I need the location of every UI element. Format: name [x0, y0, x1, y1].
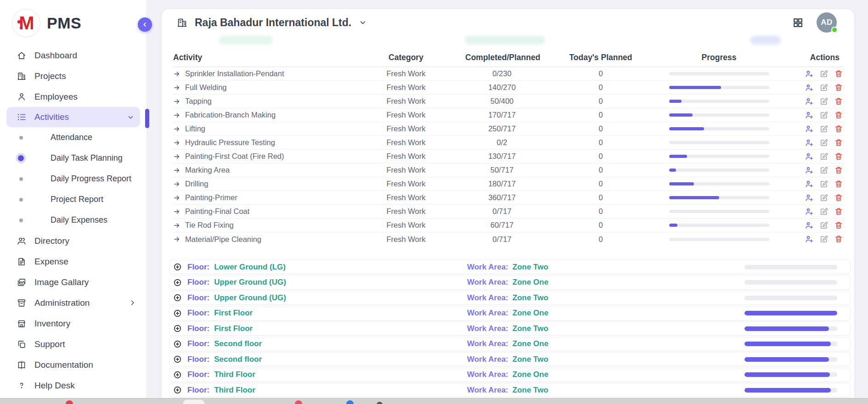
expand-plus-icon[interactable] — [173, 278, 182, 287]
expand-plus-icon[interactable] — [173, 386, 182, 394]
delete-button[interactable] — [834, 235, 843, 244]
delete-button[interactable] — [834, 138, 843, 147]
floor-row[interactable]: Floor:First FloorWork Area:Zone One — [169, 306, 851, 320]
assign-user-button[interactable] — [805, 152, 814, 161]
progress-bar-fill — [669, 127, 704, 130]
assign-user-button[interactable] — [805, 97, 814, 106]
sidebar-item-inventory[interactable]: Inventory — [0, 313, 147, 334]
edit-button[interactable] — [819, 111, 829, 120]
progress-bar — [669, 168, 769, 172]
edit-button[interactable] — [819, 180, 829, 189]
building-icon — [176, 17, 188, 28]
activity-name: Material/Pipe Cleaning — [185, 235, 261, 244]
assign-user-button[interactable] — [805, 124, 814, 134]
delete-button[interactable] — [834, 221, 843, 230]
sidebar-item-employees[interactable]: Employees — [0, 86, 147, 107]
delete-button[interactable] — [834, 69, 843, 79]
edit-button[interactable] — [819, 193, 829, 202]
taskbar-icon[interactable] — [183, 399, 205, 404]
floor-row[interactable]: Floor:First FloorWork Area:Zone Two — [169, 321, 851, 336]
edit-button[interactable] — [819, 235, 829, 244]
table-row: Painting-Final CoatFresh Work0/7170 — [173, 205, 844, 219]
floor-row[interactable]: Floor:Third FloorWork Area:Zone Two — [169, 383, 851, 397]
sidebar-subitem-attendance[interactable]: Attendance — [0, 127, 147, 148]
edit-button[interactable] — [819, 124, 829, 134]
assign-user-button[interactable] — [805, 111, 814, 120]
floor-row[interactable]: Floor:Lower Ground (LG)Work Area:Zone Tw… — [169, 260, 851, 274]
gallery-icon — [17, 277, 27, 287]
edit-button[interactable] — [819, 207, 829, 216]
delete-button[interactable] — [834, 124, 843, 134]
sidebar-item-support[interactable]: Support — [0, 334, 147, 354]
sidebar-collapse-button[interactable] — [138, 17, 152, 32]
expand-plus-icon[interactable] — [173, 309, 182, 318]
table-row: Material/Pipe CleaningFresh Work0/7170 — [173, 232, 844, 246]
edit-button[interactable] — [819, 138, 829, 147]
floor-progress-bar — [744, 388, 837, 393]
sidebar-subitem-daily-task-planning[interactable]: Daily Task Planning — [0, 148, 147, 168]
delete-button[interactable] — [834, 111, 843, 120]
apps-grid-icon[interactable] — [792, 17, 804, 28]
expand-plus-icon[interactable] — [173, 340, 182, 348]
actions-cell — [775, 69, 844, 79]
delete-button[interactable] — [834, 180, 843, 189]
delete-button[interactable] — [834, 152, 843, 161]
assign-user-button[interactable] — [805, 235, 814, 244]
floor-row[interactable]: Floor:Third FloorWork Area:Zone One — [169, 368, 851, 382]
expand-plus-icon[interactable] — [173, 370, 182, 379]
delete-button[interactable] — [834, 166, 843, 175]
sidebar-subitem-daily-expenses[interactable]: Daily Expenses — [0, 210, 147, 230]
assign-user-button[interactable] — [805, 166, 814, 175]
company-selector[interactable]: Raja Bahadur International Ltd. — [176, 17, 367, 29]
edit-button[interactable] — [819, 152, 829, 161]
assign-user-button[interactable] — [805, 138, 814, 147]
sidebar-item-image-gallary[interactable]: Image Gallary — [0, 272, 147, 292]
expand-plus-icon[interactable] — [173, 293, 182, 302]
edit-button[interactable] — [819, 221, 829, 230]
assign-user-button[interactable] — [805, 193, 814, 202]
taskbar-icon[interactable] — [295, 400, 302, 404]
delete-button[interactable] — [834, 207, 843, 216]
progress-cell — [663, 72, 775, 75]
delete-button[interactable] — [834, 83, 843, 92]
activity-cell: Painting-Final Coat — [173, 207, 347, 216]
work-area-value: Zone One — [513, 309, 548, 318]
assign-user-button[interactable] — [805, 69, 814, 79]
edit-button[interactable] — [819, 69, 829, 79]
expand-plus-icon[interactable] — [173, 355, 182, 364]
progress-bar — [669, 113, 769, 117]
sidebar-subitem-daily-progress-report[interactable]: Daily Progress Report — [0, 168, 147, 189]
todays-planned-cell: 0 — [539, 124, 663, 133]
floor-row[interactable]: Floor:Upper Ground (UG)Work Area:Zone Tw… — [169, 291, 851, 305]
delete-button[interactable] — [834, 97, 843, 106]
assign-user-button[interactable] — [805, 83, 814, 92]
taskbar-icon[interactable] — [66, 400, 73, 404]
sidebar-item-activities[interactable]: Activities — [6, 107, 140, 127]
edit-button[interactable] — [819, 166, 829, 175]
assign-user-button[interactable] — [805, 221, 814, 230]
sidebar-item-expense[interactable]: Expense — [0, 251, 147, 272]
edit-button[interactable] — [819, 97, 829, 106]
sidebar-item-administration[interactable]: Administration — [0, 292, 147, 313]
sidebar-item-documentation[interactable]: Documentation — [0, 354, 147, 375]
expand-plus-icon[interactable] — [173, 263, 182, 271]
floor-row[interactable]: Floor:Second floorWork Area:Zone One — [169, 337, 851, 351]
user-avatar[interactable]: AD — [817, 12, 837, 33]
taskbar-icon[interactable] — [346, 400, 354, 404]
sidebar-item-dashboard[interactable]: Dashboard — [0, 45, 147, 66]
sidebar-item-projects[interactable]: Projects — [0, 66, 147, 86]
assign-user-button[interactable] — [805, 207, 814, 216]
assign-user-button[interactable] — [805, 180, 814, 189]
completed-planned-cell: 60/717 — [465, 221, 539, 230]
floor-row[interactable]: Floor:Upper Ground (UG)Work Area:Zone On… — [169, 275, 851, 290]
floor-row[interactable]: Floor:Second floorWork Area:Zone Two — [169, 352, 851, 366]
expand-plus-icon[interactable] — [173, 324, 182, 333]
sidebar-subitem-project-report[interactable]: Project Report — [0, 189, 147, 210]
question-icon — [17, 381, 27, 391]
edit-button[interactable] — [819, 83, 829, 92]
actions-cell — [775, 83, 844, 92]
sidebar-item-help-desk[interactable]: Help Desk — [0, 375, 147, 396]
delete-button[interactable] — [834, 193, 843, 202]
arrow-right-icon — [173, 208, 180, 215]
sidebar-item-directory[interactable]: Directory — [0, 230, 147, 251]
